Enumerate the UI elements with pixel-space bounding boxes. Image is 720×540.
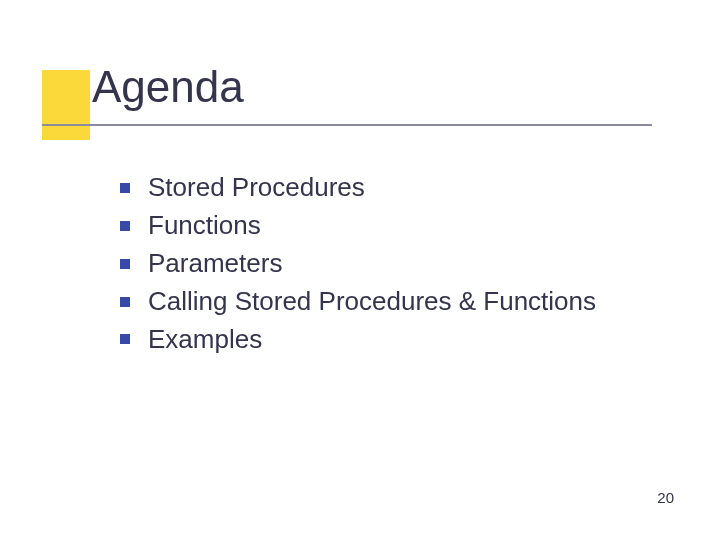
list-item-label: Parameters xyxy=(148,246,282,282)
slide: Agenda Stored Procedures Functions Param… xyxy=(0,0,720,540)
square-bullet-icon xyxy=(120,259,130,269)
page-number: 20 xyxy=(657,489,674,506)
square-bullet-icon xyxy=(120,221,130,231)
list-item: Parameters xyxy=(120,246,680,282)
square-bullet-icon xyxy=(120,334,130,344)
list-item: Stored Procedures xyxy=(120,170,680,206)
list-item-label: Stored Procedures xyxy=(148,170,365,206)
list-item: Examples xyxy=(120,322,680,358)
slide-title: Agenda xyxy=(92,62,244,112)
list-item: Functions xyxy=(120,208,680,244)
title-accent-block xyxy=(42,70,90,140)
square-bullet-icon xyxy=(120,183,130,193)
list-item-label: Calling Stored Procedures & Functions xyxy=(148,284,596,320)
square-bullet-icon xyxy=(120,297,130,307)
title-underline xyxy=(42,124,652,126)
list-item-label: Functions xyxy=(148,208,261,244)
slide-header: Agenda xyxy=(0,0,720,62)
slide-body: Stored Procedures Functions Parameters C… xyxy=(120,170,680,359)
list-item-label: Examples xyxy=(148,322,262,358)
list-item: Calling Stored Procedures & Functions xyxy=(120,284,680,320)
